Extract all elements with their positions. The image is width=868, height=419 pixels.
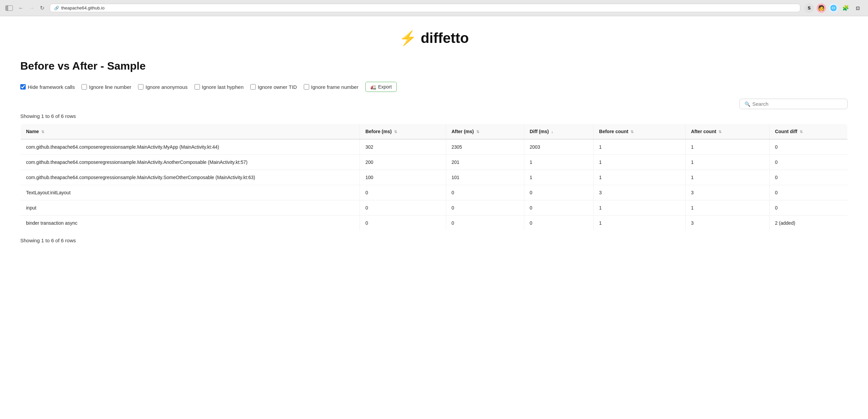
row-count-bottom: Showing 1 to 6 of 6 rows (20, 238, 848, 243)
cell-after_count-5: 3 (685, 216, 769, 231)
table-row: com.github.theapache64.composeregression… (21, 170, 848, 185)
cell-before_ms-4: 0 (360, 200, 446, 216)
table-header-row: Name ⇅Before (ms) ⇅After (ms) ⇅Diff (ms)… (21, 124, 848, 140)
address-bar[interactable]: 🔗 theapache64.github.io (50, 4, 800, 12)
sort-icon-after_ms: ⇅ (475, 130, 479, 134)
col-header-count_diff[interactable]: Count diff ⇅ (769, 124, 847, 140)
table-row: com.github.theapache64.composeregression… (21, 155, 848, 170)
filter-checkbox-ignore-owner-tid[interactable] (250, 84, 256, 90)
cell-name-5: binder transaction async (21, 216, 360, 231)
cell-before_ms-0: 302 (360, 139, 446, 155)
cell-before_ms-3: 0 (360, 185, 446, 200)
cell-diff_ms-0: 2003 (524, 139, 593, 155)
filter-ignore-owner-tid[interactable]: Ignore owner TID (250, 84, 297, 90)
filter-checkbox-ignore-anonymous[interactable] (138, 84, 143, 90)
cell-after_ms-3: 0 (446, 185, 524, 200)
extension-earth-icon[interactable]: 🌐 (829, 3, 838, 13)
filter-label-ignore-frame-number: Ignore frame number (311, 84, 359, 90)
back-button[interactable]: ← (17, 4, 25, 12)
filter-ignore-line-number[interactable]: Ignore line number (82, 84, 131, 90)
data-table: Name ⇅Before (ms) ⇅After (ms) ⇅Diff (ms)… (20, 124, 848, 231)
cell-diff_ms-3: 0 (524, 185, 593, 200)
cell-diff_ms-2: 1 (524, 170, 593, 185)
sort-icon-name: ⇅ (40, 130, 44, 134)
search-input[interactable] (752, 101, 843, 107)
cell-before_ms-5: 0 (360, 216, 446, 231)
sidebar-toggle-btn[interactable] (5, 5, 13, 11)
search-box: 🔍 (739, 99, 848, 109)
export-button[interactable]: 🚛 Export (365, 82, 397, 92)
cell-after_ms-2: 101 (446, 170, 524, 185)
cell-after_count-0: 1 (685, 139, 769, 155)
filter-label-ignore-line-number: Ignore line number (89, 84, 131, 90)
filter-ignore-anonymous[interactable]: Ignore anonymous (138, 84, 187, 90)
sort-icon-diff_ms: ↓ (550, 130, 553, 134)
filter-hide-framework-calls[interactable]: Hide framework calls (20, 84, 75, 90)
app-header: ⚡ diffetto (20, 30, 848, 46)
cell-after_count-1: 1 (685, 155, 769, 170)
cell-count_diff-2: 0 (769, 170, 847, 185)
extension-s-icon[interactable]: S (804, 3, 814, 13)
cell-name-2: com.github.theapache64.composeregression… (21, 170, 360, 185)
cell-name-3: TextLayout:initLayout (21, 185, 360, 200)
col-header-after_ms[interactable]: After (ms) ⇅ (446, 124, 524, 140)
col-header-before_ms[interactable]: Before (ms) ⇅ (360, 124, 446, 140)
export-icon: 🚛 (370, 84, 376, 90)
cell-after_ms-4: 0 (446, 200, 524, 216)
col-header-after_count[interactable]: After count ⇅ (685, 124, 769, 140)
filter-checkbox-ignore-last-hyphen[interactable] (195, 84, 200, 90)
cell-after_count-2: 1 (685, 170, 769, 185)
cell-name-0: com.github.theapache64.composeregression… (21, 139, 360, 155)
extension-profile-icon[interactable]: 🧑 (817, 3, 826, 13)
table-row: input000110 (21, 200, 848, 216)
cell-diff_ms-4: 0 (524, 200, 593, 216)
cell-after_ms-1: 201 (446, 155, 524, 170)
page-content: ⚡ diffetto Before vs After - Sample Hide… (0, 16, 868, 419)
filter-row: Hide framework callsIgnore line numberIg… (20, 82, 848, 92)
table-body: com.github.theapache64.composeregression… (21, 139, 848, 231)
cell-count_diff-4: 0 (769, 200, 847, 216)
table-row: com.github.theapache64.composeregression… (21, 139, 848, 155)
filter-checkbox-ignore-frame-number[interactable] (304, 84, 309, 90)
extension-puzzle-icon[interactable]: 🧩 (841, 3, 850, 13)
filter-ignore-last-hyphen[interactable]: Ignore last hyphen (195, 84, 244, 90)
filter-ignore-frame-number[interactable]: Ignore frame number (304, 84, 359, 90)
forward-button[interactable]: → (28, 4, 36, 12)
sort-icon-before_ms: ⇅ (393, 130, 397, 134)
cell-diff_ms-1: 1 (524, 155, 593, 170)
filter-checkbox-hide-framework-calls[interactable] (20, 84, 26, 90)
cell-after_count-4: 1 (685, 200, 769, 216)
table-row: binder transaction async000132 (added) (21, 216, 848, 231)
cell-diff_ms-5: 0 (524, 216, 593, 231)
table-row: TextLayout:initLayout000330 (21, 185, 848, 200)
cell-name-1: com.github.theapache64.composeregression… (21, 155, 360, 170)
cell-before_ms-2: 100 (360, 170, 446, 185)
cell-before_count-5: 1 (594, 216, 686, 231)
cell-count_diff-5: 2 (added) (769, 216, 847, 231)
browser-actions: S 🧑 🌐 🧩 ⊡ (804, 3, 863, 13)
cell-count_diff-1: 0 (769, 155, 847, 170)
cell-before_count-3: 3 (594, 185, 686, 200)
sort-icon-count_diff: ⇅ (799, 130, 803, 134)
cell-before_count-4: 1 (594, 200, 686, 216)
filter-label-ignore-last-hyphen: Ignore last hyphen (202, 84, 244, 90)
cell-count_diff-3: 0 (769, 185, 847, 200)
col-header-diff_ms[interactable]: Diff (ms) ↓ (524, 124, 593, 140)
filter-label-hide-framework-calls: Hide framework calls (28, 84, 75, 90)
lock-icon: 🔗 (54, 6, 59, 10)
export-label: Export (378, 84, 392, 90)
nav-buttons: ← → ↻ (17, 4, 46, 12)
col-header-before_count[interactable]: Before count ⇅ (594, 124, 686, 140)
filter-checkbox-ignore-line-number[interactable] (82, 84, 87, 90)
cell-before_count-1: 1 (594, 155, 686, 170)
col-header-name[interactable]: Name ⇅ (21, 124, 360, 140)
reload-button[interactable]: ↻ (39, 4, 46, 12)
cell-before_ms-1: 200 (360, 155, 446, 170)
split-view-icon[interactable]: ⊡ (853, 3, 863, 13)
sort-icon-before_count: ⇅ (630, 130, 634, 134)
cell-before_count-2: 1 (594, 170, 686, 185)
browser-chrome: ← → ↻ 🔗 theapache64.github.io S 🧑 🌐 🧩 ⊡ (0, 0, 868, 16)
cell-before_count-0: 1 (594, 139, 686, 155)
app-title: ⚡ diffetto (399, 30, 469, 46)
cell-count_diff-0: 0 (769, 139, 847, 155)
